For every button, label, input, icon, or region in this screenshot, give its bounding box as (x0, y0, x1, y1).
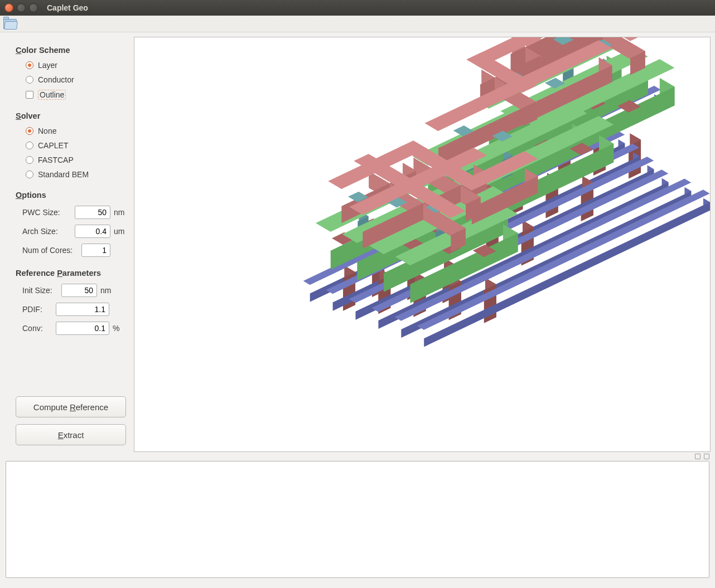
checkbox-label: Outline (38, 90, 66, 100)
color-scheme-layer[interactable]: Layer (16, 59, 126, 71)
input-pdif[interactable] (56, 303, 109, 316)
unit-conv: % (113, 324, 126, 333)
extract-button[interactable]: Extract (16, 424, 126, 445)
console-output[interactable] (6, 461, 709, 578)
radio-label: None (38, 127, 56, 135)
field-arch: Arch Size: um (16, 223, 126, 240)
color-scheme-conductor[interactable]: Conductor (16, 74, 126, 86)
radio-label: Layer (38, 61, 57, 70)
solver-none[interactable]: None (16, 125, 126, 137)
input-conv[interactable] (56, 322, 109, 335)
solver-caplet[interactable]: CAPLET (16, 139, 126, 152)
input-cores[interactable] (81, 244, 110, 257)
toolbar (0, 16, 715, 32)
close-icon[interactable] (4, 3, 13, 12)
radio-layer[interactable] (26, 61, 33, 69)
dock-strip (0, 452, 715, 461)
radio-caplet[interactable] (26, 142, 33, 149)
field-cores: Num of Cores: (16, 242, 126, 259)
compute-reference-button[interactable]: Compute Reference (16, 396, 126, 417)
unit-pwc: nm (114, 208, 126, 217)
radio-stdbem[interactable] (26, 171, 33, 178)
label-conv: Conv: (22, 324, 52, 333)
open-file-icon[interactable] (3, 19, 17, 29)
input-arch[interactable] (75, 225, 110, 238)
input-init[interactable] (61, 284, 97, 297)
radio-label: Standard BEM (38, 170, 89, 179)
field-conv: Conv: % (16, 320, 126, 337)
undock-icon[interactable] (695, 454, 700, 459)
label-arch: Arch Size: (22, 227, 71, 236)
radio-label: CAPLET (38, 141, 68, 150)
unit-init: nm (100, 286, 115, 295)
label-cores: Num of Cores: (22, 246, 78, 255)
titlebar: Caplet Geo (0, 0, 715, 16)
maximize-icon[interactable] (29, 3, 38, 12)
radio-none[interactable] (26, 127, 33, 135)
viewport-3d[interactable] (134, 37, 711, 452)
radio-label: Conductor (38, 75, 74, 84)
section-color-scheme: Color Scheme (16, 46, 126, 55)
solver-stdbem[interactable]: Standard BEM (16, 168, 126, 181)
field-pwc: PWC Size: nm (16, 204, 126, 221)
solver-fastcap[interactable]: FASTCAP (16, 154, 126, 166)
input-pwc[interactable] (75, 206, 110, 219)
unit-arch: um (114, 227, 126, 236)
window-title: Caplet Geo (47, 3, 88, 12)
radio-conductor[interactable] (26, 76, 33, 84)
sidebar: Color Scheme Layer Conductor Outline Sol… (0, 32, 134, 452)
label-pdif: PDIF: (22, 305, 52, 314)
label-init: Init Size: (22, 286, 58, 295)
radio-label: FASTCAP (38, 155, 74, 164)
checkbox-outline[interactable] (26, 91, 33, 99)
section-reference: Reference Parameters (16, 269, 126, 278)
section-options: Options (16, 191, 126, 200)
window-controls (4, 3, 38, 12)
label-pwc: PWC Size: (22, 208, 71, 217)
color-scheme-outline[interactable]: Outline (16, 88, 126, 101)
section-solver: Solver (16, 111, 126, 120)
close-panel-icon[interactable] (704, 454, 709, 459)
field-init: Init Size: nm (16, 282, 126, 299)
field-pdif: PDIF: (16, 301, 126, 318)
minimize-icon[interactable] (17, 3, 26, 12)
radio-fastcap[interactable] (26, 156, 33, 164)
